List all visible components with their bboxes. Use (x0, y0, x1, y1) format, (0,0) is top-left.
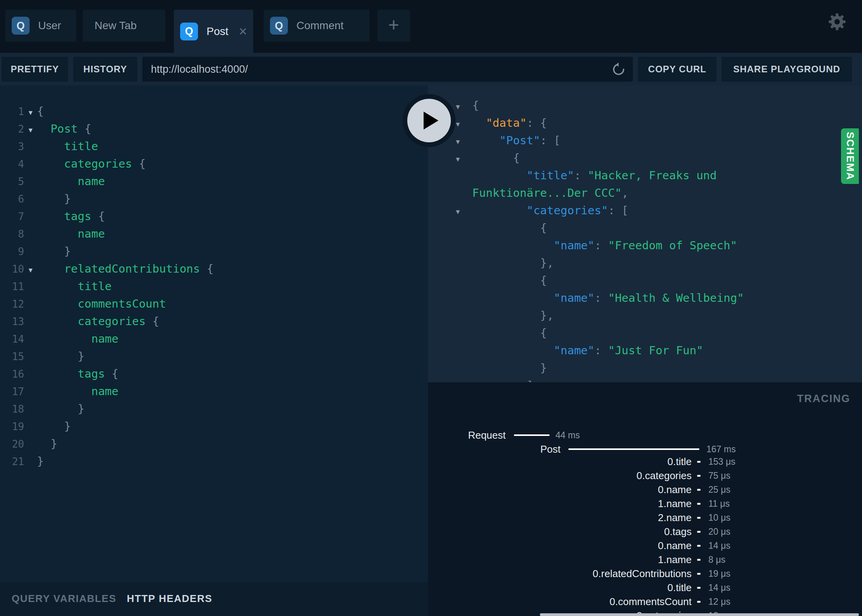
fold-arrow-icon[interactable]: ▾ (24, 261, 37, 279)
code-token: }, (540, 309, 554, 322)
trace-row: 0.relatedContributions19 μs (428, 567, 862, 581)
tab-new-tab[interactable]: New Tab (83, 10, 165, 42)
new-tab-button[interactable]: + (377, 10, 410, 42)
fold-arrow-icon[interactable]: ▾ (456, 150, 472, 168)
code-token: } (78, 350, 84, 363)
tracing-panel[interactable]: TRACING Request44 msPost167 ms0.title153… (428, 382, 862, 616)
query-variables-toggle[interactable]: QUERY VARIABLES (12, 593, 116, 605)
trace-label: 2.name (428, 511, 692, 525)
response-code: }, (472, 254, 554, 272)
trace-dash (697, 475, 701, 477)
trace-duration-bar (514, 434, 550, 436)
trace-label: 0.tags (428, 525, 692, 539)
fold-arrow-icon[interactable]: ▾ (456, 98, 472, 116)
settings-gear-icon[interactable] (827, 12, 847, 32)
code-token: "Post" (499, 134, 540, 147)
endpoint-url-input[interactable] (142, 57, 633, 82)
trace-row: 0.commentsCount12 μs (428, 595, 862, 609)
code-token: name (91, 332, 119, 345)
code-token: } (37, 455, 44, 468)
query-code: relatedContributions { (37, 260, 214, 278)
trace-label: 0.commentsCount (428, 595, 692, 609)
response-line: "name": "Just For Fun" (428, 342, 862, 359)
code-token: "title" (527, 169, 574, 182)
response-pane[interactable]: ▾{▾"data": {▾"Post": [▾{"title": "Hacker… (428, 86, 862, 382)
code-token: "data" (486, 116, 527, 130)
response-code: "title": "Hacker, Freaks und (472, 167, 717, 184)
code-token: name (78, 227, 105, 240)
query-line: 20} (0, 435, 428, 453)
line-number: 6 (0, 191, 24, 208)
trace-row: 0.title153 μs (428, 455, 862, 469)
code-token: } (64, 245, 71, 258)
trace-value: 19 μs (708, 567, 731, 581)
response-code: "Post": [ (472, 132, 561, 149)
fold-arrow-icon[interactable]: ▾ (456, 116, 472, 133)
query-line: 7tags { (0, 208, 428, 225)
trace-row: 0.categories75 μs (428, 469, 862, 483)
code-token: : (594, 344, 608, 357)
response-lines: ▾{▾"data": {▾"Post": [▾{"title": "Hacker… (428, 97, 862, 382)
response-code: "name": "Freedom of Speech" (472, 237, 737, 254)
line-number: 5 (0, 173, 24, 191)
fold-arrow-icon[interactable]: ▾ (456, 133, 472, 150)
code-token: tags (64, 210, 91, 223)
response-code: "data": { (472, 114, 547, 132)
trace-value: 8 μs (708, 553, 725, 567)
execute-query-button[interactable] (403, 94, 456, 147)
trace-value: 25 μs (708, 483, 731, 497)
fold-arrow-icon[interactable]: ▾ (24, 121, 37, 139)
http-headers-toggle[interactable]: HTTP HEADERS (127, 593, 212, 605)
code-token: title (78, 280, 112, 293)
trace-row: 0.title14 μs (428, 581, 862, 595)
tab-comment[interactable]: Q Comment (264, 10, 370, 42)
schema-side-tab[interactable]: SCHEMA (841, 128, 859, 184)
query-badge-icon: Q (270, 17, 288, 35)
response-line: { (428, 272, 862, 289)
response-line: { (428, 324, 862, 342)
line-number: 1 (0, 103, 24, 121)
response-code: }, (472, 307, 554, 324)
code-token: relatedContributions (64, 262, 200, 275)
fold-arrow-icon[interactable]: ▾ (456, 203, 472, 220)
query-code: } (37, 435, 57, 453)
query-line: 6} (0, 190, 428, 208)
close-icon[interactable]: × (239, 24, 247, 38)
line-number: 13 (0, 313, 24, 331)
code-token: "name" (554, 344, 595, 357)
query-editor[interactable]: 1▾{2▾Post {3title4categories {5name6}7ta… (0, 86, 428, 582)
line-number: 11 (0, 278, 24, 296)
query-code: tags { (37, 208, 105, 225)
trace-value: 11 μs (708, 497, 730, 511)
trace-value: 14 μs (708, 539, 731, 553)
code-token: { (513, 151, 520, 164)
query-code: } (37, 418, 71, 435)
prettify-button[interactable]: PRETTIFY (2, 57, 68, 82)
trace-duration-bar (568, 448, 699, 450)
code-token: } (540, 361, 547, 374)
tab-user[interactable]: Q User (5, 10, 76, 42)
code-token: ] (527, 379, 533, 382)
reload-schema-icon[interactable] (611, 61, 627, 77)
code-token: : [ (608, 204, 628, 217)
trace-label: 0.relatedContributions (428, 567, 692, 581)
horizontal-scrollbar-thumb[interactable] (540, 613, 859, 616)
copy-curl-button[interactable]: COPY CURL (638, 57, 717, 82)
fold-arrow-icon[interactable]: ▾ (24, 104, 37, 121)
query-line: 18} (0, 400, 428, 418)
history-button[interactable]: HISTORY (73, 57, 137, 82)
trace-value: 167 ms (706, 442, 736, 456)
line-number: 7 (0, 208, 24, 226)
code-token: : (594, 239, 608, 252)
trace-row: 2.name10 μs (428, 511, 862, 525)
response-code: "name": "Health & Wellbeing" (472, 289, 744, 307)
share-playground-button[interactable]: SHARE PLAYGROUND (722, 57, 852, 82)
trace-label: Request (428, 428, 506, 442)
trace-label: 0.name (428, 483, 692, 497)
code-token: "Just For Fun" (608, 344, 703, 357)
trace-label: 0.name (428, 539, 692, 553)
tab-post-active[interactable]: Q Post × (174, 10, 253, 53)
trace-dash (697, 601, 701, 603)
code-token: tags (78, 367, 105, 380)
response-line: ▾"categories": [ (428, 202, 862, 219)
